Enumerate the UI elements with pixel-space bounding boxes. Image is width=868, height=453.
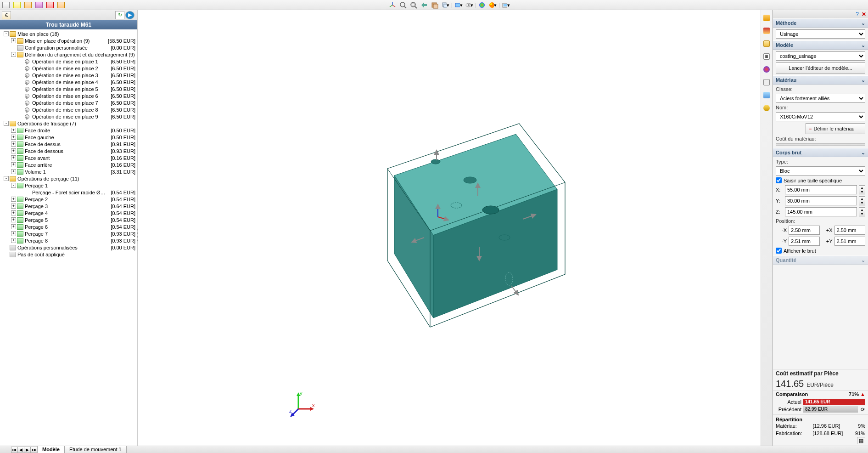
show-stock-checkbox[interactable] (776, 248, 782, 254)
appearances-tab-icon[interactable] (762, 64, 772, 74)
section-quantity[interactable]: Quantité⌄ (773, 255, 868, 265)
tree-row[interactable]: +Face de dessus[0.91 EUR] (0, 141, 137, 147)
expand-toggle[interactable]: - (11, 52, 16, 57)
feature-tree[interactable]: -Mise en place (18)+Mise en place d'opér… (0, 29, 137, 446)
tree-row[interactable]: +Face de dessous[0.93 EUR] (0, 147, 137, 154)
play-icon[interactable]: ▶ (125, 11, 134, 19)
tree-row[interactable]: Opération de mise en place 2[6.50 EUR] (0, 65, 137, 72)
section-method[interactable]: Méthode⌄ (773, 18, 868, 28)
expand-toggle[interactable]: + (11, 217, 16, 222)
tab-motion-study[interactable]: Etude de mouvement 1 (64, 446, 127, 453)
view-orient-icon[interactable] (388, 1, 397, 9)
z-input[interactable] (785, 207, 857, 216)
tab-model[interactable]: Modèle (37, 446, 65, 453)
view-orientation-icon[interactable]: ▾ (441, 1, 450, 9)
x-spinner[interactable]: ▲▼ (859, 185, 865, 194)
neg-x-input[interactable] (789, 226, 820, 235)
toolbar-btn-2[interactable] (12, 0, 22, 10)
section-stock[interactable]: Corps brut⌄ (773, 148, 868, 157)
material-name-combo[interactable]: X160CrMoV12 (776, 112, 865, 121)
costing-tab-icon[interactable] (762, 103, 772, 113)
y-input[interactable] (785, 196, 857, 205)
tree-row[interactable]: +Perçage 3[0.64 EUR] (0, 203, 137, 210)
toolbar-btn-4[interactable] (34, 0, 44, 10)
section-model[interactable]: Modèle⌄ (773, 40, 868, 50)
expand-toggle[interactable]: + (11, 238, 16, 243)
zoom-fit-icon[interactable] (398, 1, 408, 9)
expand-repartition-icon[interactable]: ▦ (857, 437, 865, 444)
pos-x-input[interactable] (834, 226, 866, 235)
toolbar-btn-6[interactable] (56, 0, 66, 10)
hide-show-icon[interactable]: ▾ (465, 1, 474, 9)
tree-row[interactable]: -Opérations de perçage (11) (0, 175, 137, 182)
properties-tab-icon[interactable] (762, 77, 772, 87)
expand-toggle[interactable]: + (11, 155, 16, 160)
expand-toggle[interactable]: + (11, 231, 16, 236)
define-material-button[interactable]: ≡Définir le matériau (806, 123, 865, 134)
library-tab-icon[interactable] (762, 39, 772, 49)
tree-row[interactable]: +Mise en place d'opération (9)[58.50 EUR… (0, 37, 137, 44)
neg-y-input[interactable] (789, 237, 820, 246)
tree-row[interactable]: Opération de mise en place 1[6.50 EUR] (0, 58, 137, 65)
tree-row[interactable]: Pas de coût appliqué (0, 251, 137, 258)
expand-toggle[interactable]: + (11, 162, 16, 167)
expand-toggle[interactable]: + (11, 128, 16, 133)
expand-toggle[interactable]: - (4, 176, 9, 181)
class-combo[interactable]: Aciers fortement alliés (776, 94, 865, 103)
home-tab-icon[interactable] (762, 13, 772, 23)
x-input[interactable] (785, 185, 857, 194)
tree-row[interactable]: Opération de mise en place 7[6.50 EUR] (0, 99, 137, 106)
expand-toggle[interactable]: - (4, 121, 9, 126)
refresh-icon[interactable]: ↻ (115, 11, 124, 19)
tree-row[interactable]: Opérations personnalisées[0.00 EUR] (0, 244, 137, 251)
expand-toggle[interactable]: + (11, 224, 16, 229)
tree-row[interactable]: -Mise en place (18) (0, 30, 137, 37)
previous-view-icon[interactable] (420, 1, 429, 9)
sheet-nav[interactable]: ⏮◀▶⏭ (11, 447, 38, 453)
tree-row[interactable]: +Perçage 7[0.93 EUR] (0, 230, 137, 237)
tree-row[interactable]: +Face gauche[0.50 EUR] (0, 134, 137, 141)
expand-toggle[interactable]: + (11, 204, 16, 209)
refresh-compare-icon[interactable]: ⟳ (860, 407, 865, 413)
tree-row[interactable]: +Face droite[0.50 EUR] (0, 127, 137, 134)
tree-row[interactable]: +Face avant[0.16 EUR] (0, 154, 137, 161)
tree-row[interactable]: +Face arrière[0.16 EUR] (0, 161, 137, 168)
display-style-icon[interactable]: ▾ (454, 1, 463, 9)
specific-size-checkbox[interactable] (776, 177, 782, 183)
section-view-icon[interactable] (430, 1, 439, 9)
tree-row[interactable]: +Perçage 2[0.54 EUR] (0, 196, 137, 203)
tree-row[interactable]: Opération de mise en place 3[6.50 EUR] (0, 72, 137, 79)
tree-row[interactable]: Configuration personnalisée[0.00 EUR] (0, 44, 137, 51)
method-combo[interactable]: Usinage (776, 29, 865, 39)
expand-toggle[interactable]: + (11, 142, 16, 147)
tree-row[interactable]: +Perçage 8[0.93 EUR] (0, 237, 137, 244)
tree-row[interactable]: -Perçage 1 (0, 182, 137, 189)
expand-toggle[interactable]: + (11, 135, 16, 140)
expand-toggle[interactable]: - (11, 183, 16, 188)
launch-editor-button[interactable]: Lancer l'éditeur de modèle... (776, 62, 865, 74)
tree-row[interactable]: Opération de mise en place 5[6.50 EUR] (0, 85, 137, 92)
tree-row[interactable]: Opération de mise en place 4[6.50 EUR] (0, 79, 137, 85)
resources-tab-icon[interactable] (762, 26, 772, 36)
close-icon[interactable]: ✕ (862, 11, 866, 17)
tree-row[interactable]: Opération de mise en place 8[6.50 EUR] (0, 106, 137, 113)
expand-toggle[interactable]: - (4, 31, 9, 36)
expand-toggle[interactable]: + (11, 38, 16, 43)
help-icon[interactable]: ? (856, 11, 859, 17)
appearance-icon[interactable] (477, 1, 487, 9)
expand-toggle[interactable]: + (11, 197, 16, 202)
expand-toggle[interactable]: + (11, 148, 16, 153)
tree-row[interactable]: +Perçage 6[0.54 EUR] (0, 223, 137, 230)
y-spinner[interactable]: ▲▼ (859, 196, 865, 205)
toolbar-btn-1[interactable] (1, 0, 11, 10)
tree-row[interactable]: -Définition du chargement et du décharge… (0, 51, 137, 58)
graphics-viewport[interactable]: y x z (138, 10, 761, 446)
tree-row[interactable]: Perçage - Foret acier rapide Ø6.00 mm[0.… (0, 189, 137, 196)
toolbar-btn-5[interactable] (45, 0, 55, 10)
view-palette-icon[interactable]: ▦ (762, 51, 772, 62)
scene-icon[interactable]: ▾ (488, 1, 497, 9)
custom-tab-icon[interactable] (762, 90, 772, 100)
tree-row[interactable]: +Perçage 5[0.54 EUR] (0, 216, 137, 223)
toolbar-btn-3[interactable] (23, 0, 33, 10)
costing-tab-icon[interactable]: € (2, 11, 11, 19)
